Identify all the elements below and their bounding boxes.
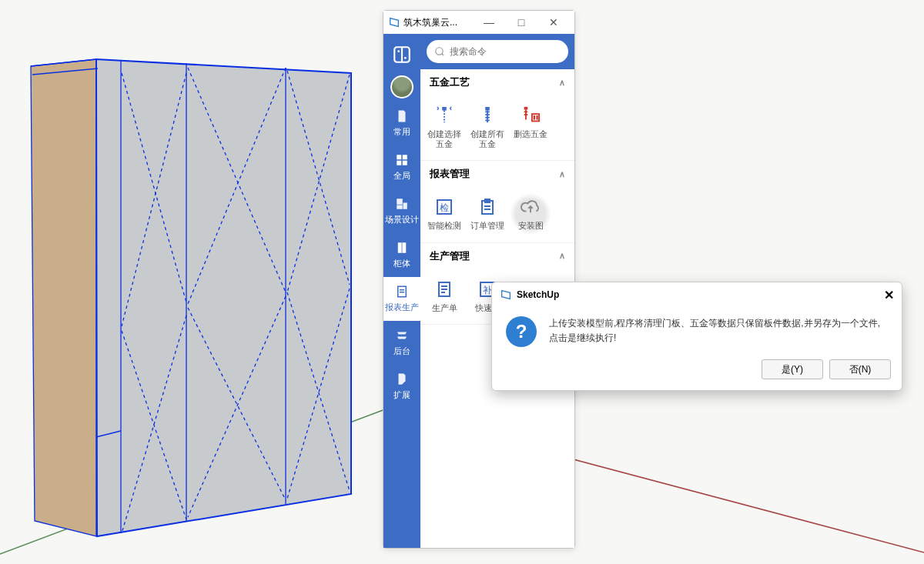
svg-point-24: [397, 50, 400, 52]
dialog-close-button[interactable]: ✕: [884, 288, 894, 302]
close-button[interactable]: ✕: [537, 12, 570, 33]
dock-common[interactable]: 常用: [383, 102, 420, 145]
dialog-message: 上传安装模型前,程序将清理门板、五金等数据只保留板件数据,并另存为一个文件,点击…: [549, 316, 888, 347]
dock-extend[interactable]: 扩展: [383, 365, 420, 409]
svg-point-25: [404, 57, 407, 59]
bolt-filter-icon: [520, 105, 541, 126]
titlebar[interactable]: 筑木筑巢云... — □ ✕: [383, 11, 574, 34]
section-production[interactable]: 生产管理 ∧: [420, 243, 574, 269]
svg-rect-37: [485, 107, 490, 111]
dock: 常用 全局 场景设计 柜体 报表生产 后台: [383, 34, 420, 548]
avatar[interactable]: [390, 75, 413, 98]
svg-marker-2: [31, 59, 96, 536]
order-manage[interactable]: 订单管理: [467, 193, 508, 234]
create-all-hardware[interactable]: 创建所有五金: [467, 102, 508, 152]
bolt-all-icon: [477, 105, 498, 126]
dock-scene[interactable]: 场景设计: [383, 189, 420, 233]
no-button[interactable]: 否(N): [829, 359, 891, 379]
svg-text:检: 检: [440, 202, 449, 213]
grid-icon: [394, 153, 410, 167]
confirm-dialog: SketchUp ✕ ? 上传安装模型前,程序将清理门板、五金等数据只保留板件数…: [491, 282, 902, 391]
stack-icon: [394, 329, 410, 342]
svg-rect-29: [403, 161, 407, 165]
svg-marker-3: [96, 59, 351, 536]
bolt-icon: [434, 105, 455, 126]
install-drawing[interactable]: 安装图: [510, 193, 551, 234]
svg-rect-28: [397, 161, 401, 165]
plugin-icon: [394, 372, 410, 386]
chevron-up-icon: ∧: [559, 78, 565, 88]
scene-icon: [394, 197, 410, 211]
cloud-upload-icon: [520, 196, 541, 218]
svg-rect-48: [534, 115, 535, 120]
maximize-button[interactable]: □: [505, 12, 537, 33]
section-report[interactable]: 报表管理 ∧: [420, 161, 574, 187]
search-input[interactable]: [427, 40, 568, 63]
svg-rect-26: [397, 155, 401, 159]
plugin-panel: 筑木筑巢云... — □ ✕ 常用 全局 场景设计: [383, 10, 575, 549]
create-select-hardware[interactable]: 创建选择五金: [424, 102, 465, 152]
report-icon: [394, 285, 410, 299]
dialog-title: SketchUp: [517, 289, 559, 300]
clipboard-icon: [477, 196, 498, 218]
dock-cabinet[interactable]: 柜体: [383, 233, 420, 277]
chevron-up-icon: ∧: [559, 169, 565, 179]
question-icon: ?: [506, 316, 537, 347]
dock-logo[interactable]: [383, 40, 420, 72]
smart-check[interactable]: 检 智能检测: [424, 193, 465, 234]
filter-hardware[interactable]: 删选五金: [510, 102, 551, 152]
chevron-up-icon: ∧: [559, 251, 565, 261]
dock-backend[interactable]: 后台: [383, 321, 420, 365]
dock-global[interactable]: 全局: [383, 145, 420, 189]
minimize-button[interactable]: —: [473, 12, 505, 33]
doc-icon: [434, 279, 455, 300]
production-order[interactable]: 生产单: [424, 275, 465, 316]
yes-button[interactable]: 是(Y): [762, 359, 823, 379]
svg-rect-27: [403, 155, 407, 159]
svg-rect-43: [524, 107, 528, 110]
window-title: 筑木筑巢云...: [403, 16, 457, 29]
dock-report[interactable]: 报表生产: [383, 277, 420, 321]
section-hardware[interactable]: 五金工艺 ∧: [420, 69, 574, 95]
file-icon: [394, 109, 410, 123]
svg-rect-35: [442, 107, 447, 111]
cabinet-icon: [394, 241, 410, 255]
svg-rect-49: [536, 115, 537, 120]
check-box-icon: 检: [434, 196, 455, 218]
svg-rect-53: [485, 199, 490, 202]
